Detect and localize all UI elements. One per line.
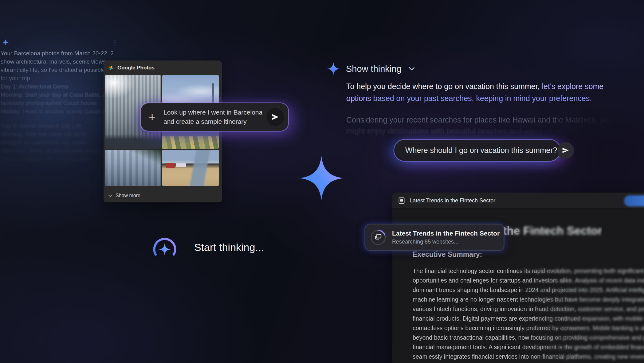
user-question-pill[interactable]: Where should I go on vacation this summe… xyxy=(394,140,560,161)
researching-progress-icon xyxy=(370,229,387,246)
show-thinking-label: Show thinking xyxy=(346,64,402,74)
gemini-sparkle-icon xyxy=(2,39,9,46)
user-question-text: Where should I go on vacation this summe… xyxy=(394,146,557,155)
doc-line: financial management tools. A significan… xyxy=(413,342,644,352)
prompt-text-line2: and create a sample itinerary xyxy=(163,117,266,126)
show-thinking-toggle[interactable]: Show thinking xyxy=(327,62,416,76)
assistant-answer-faded: might enjoy destinations with beautiful … xyxy=(346,127,623,135)
doc-line: seamlessly integrates financial services… xyxy=(413,352,644,361)
start-thinking-status: Start thinking... xyxy=(194,241,264,253)
doc-line: dominant trends shaping the landscape in… xyxy=(413,285,644,295)
ghost-line: Montjuïc for panoramic city views xyxy=(1,138,113,146)
document-icon xyxy=(398,197,405,204)
browser-windows-icon xyxy=(375,234,381,239)
send-button[interactable] xyxy=(266,108,284,126)
ghost-line: famously photographed Gaudí house xyxy=(1,99,113,107)
photo-barceloneta-beach[interactable] xyxy=(162,150,219,186)
thinking-spinner-icon xyxy=(152,236,178,262)
chevron-down-icon xyxy=(408,65,416,73)
answer-segment: To help you decide where to go on vacati… xyxy=(346,82,542,91)
research-card-status: Researching 85 websites... xyxy=(392,239,500,245)
ghost-line: Midday: Head to another scenic Gaudí cr xyxy=(1,107,113,115)
photo-sagrada-familia[interactable] xyxy=(105,150,161,186)
prompt-text-line1: Look up where I went in Barcelona xyxy=(163,108,266,117)
photo-park-guell-mosaic[interactable] xyxy=(162,130,219,149)
document-action-button[interactable] xyxy=(624,195,644,206)
doc-line: The financial technology sector continue… xyxy=(413,266,644,276)
gemini-sparkle-icon xyxy=(327,62,340,76)
research-status-card[interactable]: Latest Trends in the Fintech Sector Rese… xyxy=(365,224,504,251)
google-photos-icon xyxy=(108,64,114,71)
document-body: The financial technology sector continue… xyxy=(413,266,644,361)
ghost-line: Day 1: Architectural Gems xyxy=(1,82,113,91)
prompt-input-pill[interactable]: + Look up where I went in Barcelona and … xyxy=(141,103,288,131)
doc-line: financial products. Digital payments are… xyxy=(413,314,644,323)
prompt-text: Look up where I went in Barcelona and cr… xyxy=(163,108,266,126)
doc-line: machine learning are no longer nascent t… xyxy=(413,295,644,304)
doc-line: contactless options becoming increasingl… xyxy=(413,323,644,333)
ghost-line: Morning: Ride the cable car up to xyxy=(1,130,113,138)
ghost-line: Afternoon: Relax at Barceloneta Beach xyxy=(1,146,113,155)
assistant-answer: To help you decide where to go on vacati… xyxy=(346,80,617,104)
add-attachment-icon[interactable]: + xyxy=(141,111,163,123)
ghost-line: for your trip. xyxy=(1,74,113,82)
gemini-logo-sparkle xyxy=(299,155,344,201)
doc-line: beyond basic transactional capabilities,… xyxy=(413,333,644,342)
research-card-title: Latest Trends in the Fintech Sector xyxy=(392,230,500,237)
more-options-icon[interactable]: ⋮ xyxy=(111,38,119,47)
show-more-label: Show more xyxy=(116,193,140,198)
photos-card-header: Google Photos xyxy=(104,60,222,75)
ghost-line: Your Barcelona photos from March 20-22, … xyxy=(1,49,113,57)
ghost-line: Evening: Explore the old town lanes xyxy=(1,155,113,163)
photos-card-title: Google Photos xyxy=(117,65,155,71)
document-header: Latest Trends in the Fintech Sector xyxy=(392,193,644,209)
chevron-down-icon xyxy=(108,193,112,198)
show-more-button[interactable]: Show more xyxy=(108,193,140,198)
send-icon xyxy=(562,146,569,154)
document-header-title: Latest Trends in the Fintech Sector xyxy=(410,197,495,204)
answer-segment-highlight: based on your past searches, keeping in … xyxy=(373,94,592,103)
send-icon xyxy=(271,113,279,121)
ghost-chat-text: Your Barcelona photos from March 20-22, … xyxy=(1,49,113,163)
doc-line: various fintech functions, driving innov… xyxy=(413,304,644,314)
send-button[interactable] xyxy=(557,142,574,159)
google-photos-card: Google Photos Show more xyxy=(104,60,222,202)
ghost-line: Morning: Start your day at Casa Batlló, … xyxy=(1,91,113,99)
doc-line: opportunities and challenges for startup… xyxy=(413,276,644,285)
section-heading: Executive Summary: xyxy=(413,250,482,259)
ghost-line: vibrant city life, so I've drafted a pos… xyxy=(1,66,113,74)
research-card-text: Latest Trends in the Fintech Sector Rese… xyxy=(392,230,500,245)
ghost-line: Day 2: Scenic Views & City Life xyxy=(1,122,113,130)
ghost-line: show architectural marvels, scenic views… xyxy=(1,57,113,66)
assistant-answer-faded: Considering your recent searches for pla… xyxy=(346,114,623,126)
document-panel: Latest Trends in the Fintech Sector Late… xyxy=(392,193,644,363)
gemini-showcase: ⋮ Your Barcelona photos from March 20-22… xyxy=(0,0,644,363)
